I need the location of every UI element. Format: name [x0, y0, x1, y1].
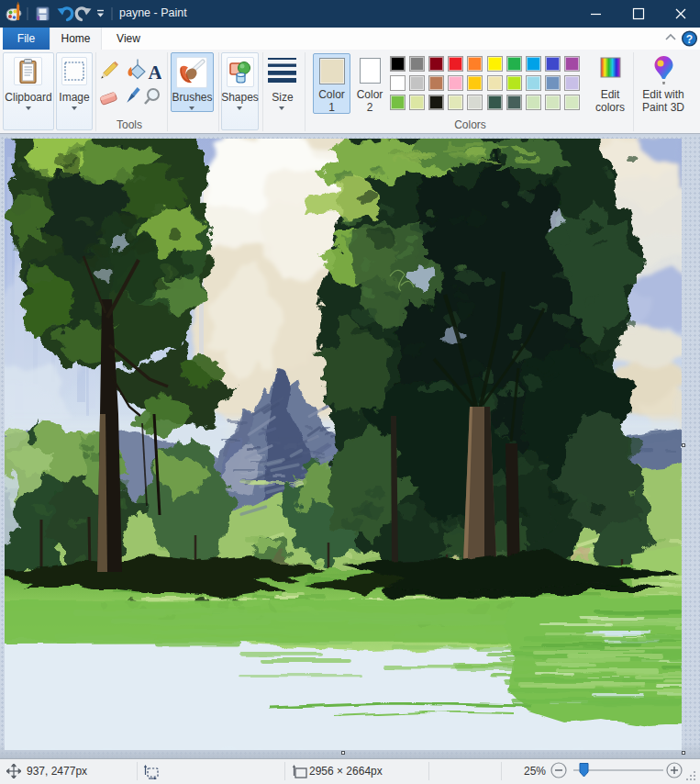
svg-text:?: ? [686, 33, 693, 46]
svg-text:A: A [148, 62, 161, 84]
